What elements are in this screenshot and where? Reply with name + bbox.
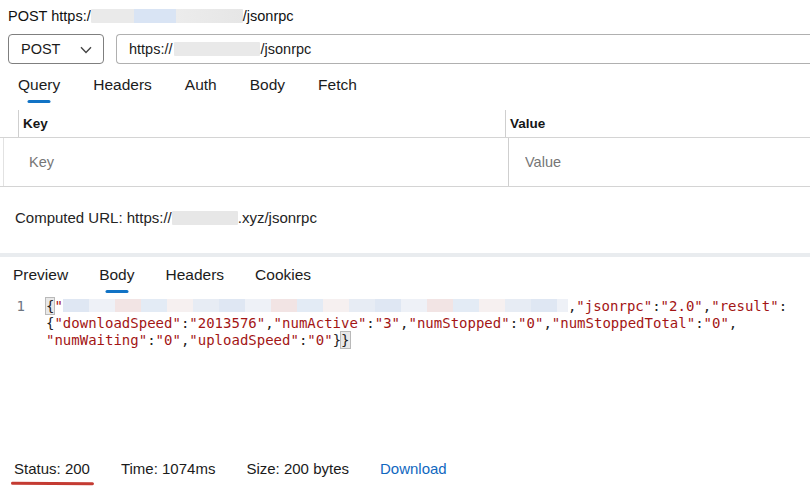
url-input[interactable]: https:///jsonrpc bbox=[116, 34, 810, 64]
code-lines: {","jsonrpc":"2.0","result":{"downloadSp… bbox=[46, 298, 787, 349]
size-label: Size: bbox=[246, 460, 279, 477]
response-body: 1 {","jsonrpc":"2.0","result":{"download… bbox=[0, 298, 810, 349]
code-token: "numStoppedTotal" bbox=[552, 315, 695, 331]
code-token: "result" bbox=[711, 298, 778, 314]
tab-auth[interactable]: Auth bbox=[185, 76, 217, 103]
tab-fetch-label: Fetch bbox=[318, 76, 357, 93]
params-table-header: Key Value bbox=[0, 110, 810, 138]
code-line: {"downloadSpeed":"2013576","numActive":"… bbox=[46, 315, 787, 332]
tab-response-body-label: Body bbox=[99, 266, 134, 283]
active-tab-underline bbox=[105, 290, 128, 293]
status-text: Status: 200 bbox=[14, 460, 90, 477]
code-token: : bbox=[652, 298, 660, 314]
tab-response-headers-label: Headers bbox=[165, 266, 224, 283]
status-value: 200 bbox=[65, 460, 90, 477]
code-token: "0" bbox=[156, 332, 181, 348]
code-token: : bbox=[779, 298, 787, 314]
code-token: "downloadSpeed" bbox=[54, 315, 180, 331]
chevron-down-icon bbox=[80, 41, 92, 57]
code-token: } bbox=[333, 332, 341, 348]
code-line: "numWaiting":"0","uploadSpeed":"0"}} bbox=[46, 332, 787, 349]
code-token: "uploadSpeed" bbox=[189, 332, 299, 348]
code-token: "jsonrpc" bbox=[576, 298, 652, 314]
tab-response-headers[interactable]: Headers bbox=[165, 266, 224, 293]
tab-preview[interactable]: Preview bbox=[13, 266, 68, 293]
params-key-cell bbox=[3, 138, 508, 186]
tab-query[interactable]: Query bbox=[18, 76, 60, 103]
code-token: , bbox=[703, 298, 711, 314]
code-token: "numWaiting" bbox=[46, 332, 147, 348]
time-text: Time: 1074ms bbox=[121, 460, 216, 477]
computed-url-prefix: https:// bbox=[127, 209, 172, 226]
url-prefix: https:// bbox=[129, 41, 173, 57]
method-label: POST bbox=[21, 41, 60, 57]
params-header-value: Value bbox=[505, 110, 810, 137]
value-column-header: Value bbox=[510, 116, 545, 131]
time-label: Time: bbox=[121, 460, 158, 477]
code-token: : bbox=[695, 315, 703, 331]
code-token: "numStopped" bbox=[409, 315, 510, 331]
code-token: "numActive" bbox=[274, 315, 367, 331]
param-key-input[interactable] bbox=[4, 153, 485, 171]
request-tabs: Query Headers Auth Body Fetch bbox=[18, 76, 810, 103]
code-token: "0" bbox=[704, 315, 729, 331]
code-line: {","jsonrpc":"2.0","result": bbox=[46, 298, 787, 315]
code-token: " bbox=[54, 298, 62, 314]
code-token: "0" bbox=[307, 332, 332, 348]
code-token: , bbox=[729, 315, 737, 331]
tab-preview-label: Preview bbox=[13, 266, 68, 283]
code-token: , bbox=[265, 315, 273, 331]
tab-body[interactable]: Body bbox=[250, 76, 285, 103]
request-title-suffix: /jsonrpc bbox=[243, 8, 294, 24]
computed-url-label: Computed URL: bbox=[15, 209, 123, 226]
code-token: , bbox=[543, 315, 551, 331]
tab-cookies-label: Cookies bbox=[255, 266, 311, 283]
tab-auth-label: Auth bbox=[185, 76, 217, 93]
line-number: 1 bbox=[0, 298, 25, 349]
params-value-cell bbox=[508, 138, 810, 186]
url-suffix: /jsonrpc bbox=[261, 41, 312, 57]
code-token: : bbox=[366, 315, 374, 331]
size-text: Size: 200 bytes bbox=[246, 460, 349, 477]
url-redaction bbox=[174, 42, 260, 56]
section-divider bbox=[0, 253, 810, 257]
request-title: POST https://jsonrpc bbox=[8, 8, 810, 24]
status-underline-annotation bbox=[11, 482, 94, 485]
key-column-header: Key bbox=[23, 116, 48, 131]
params-header-spacer bbox=[0, 110, 18, 137]
status-label: Status: bbox=[14, 460, 61, 477]
request-title-prefix: POST https:/ bbox=[8, 8, 91, 24]
code-token: } bbox=[341, 332, 349, 348]
computed-url-redaction bbox=[172, 211, 238, 225]
code-token: "0" bbox=[518, 315, 543, 331]
tab-cookies[interactable]: Cookies bbox=[255, 266, 311, 293]
code-token: : bbox=[510, 315, 518, 331]
tab-headers-label: Headers bbox=[93, 76, 152, 93]
code-token: : bbox=[147, 332, 155, 348]
computed-url: Computed URL: https://.xyz/jsonrpc bbox=[15, 209, 810, 226]
request-bar: POST https:///jsonrpc bbox=[8, 34, 810, 64]
size-value: 200 bytes bbox=[284, 460, 349, 477]
computed-url-suffix: .xyz/jsonrpc bbox=[238, 209, 317, 226]
tab-fetch[interactable]: Fetch bbox=[318, 76, 357, 103]
params-table: Key Value bbox=[0, 110, 810, 187]
time-value: 1074ms bbox=[162, 460, 215, 477]
param-value-input[interactable] bbox=[509, 153, 798, 171]
title-redaction bbox=[91, 9, 243, 23]
code-token: "2013576" bbox=[189, 315, 265, 331]
code-token: "3" bbox=[375, 315, 400, 331]
active-tab-underline bbox=[28, 100, 51, 103]
tab-query-label: Query bbox=[18, 76, 60, 93]
tab-body-label: Body bbox=[250, 76, 285, 93]
method-select[interactable]: POST bbox=[8, 34, 104, 64]
params-row bbox=[0, 138, 810, 187]
status-bar: Status: 200 Time: 1074ms Size: 200 bytes… bbox=[14, 460, 447, 477]
download-link[interactable]: Download bbox=[380, 460, 447, 477]
params-header-key: Key bbox=[18, 110, 505, 137]
response-tabs: Preview Body Headers Cookies bbox=[13, 266, 810, 293]
code-token: "2.0" bbox=[661, 298, 703, 314]
code-token: , bbox=[400, 315, 408, 331]
redacted-json-segment bbox=[63, 299, 568, 312]
tab-headers[interactable]: Headers bbox=[93, 76, 152, 103]
tab-response-body[interactable]: Body bbox=[99, 266, 134, 293]
